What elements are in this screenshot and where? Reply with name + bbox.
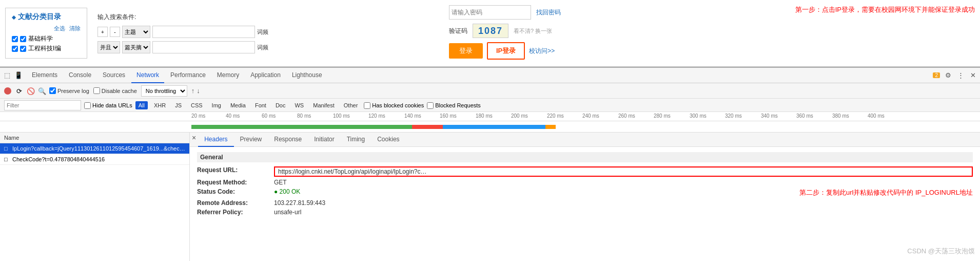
search-input-2[interactable] <box>152 41 255 53</box>
tab-sources[interactable]: Sources <box>97 68 130 83</box>
tab-performance[interactable]: Performance <box>165 68 211 83</box>
detail-tab-headers[interactable]: Headers <box>198 133 233 147</box>
filter-type-xhr[interactable]: XHR <box>151 101 169 109</box>
detail-tab-initiator[interactable]: Initiator <box>308 133 340 147</box>
timeline-area: 20 ms 40 ms 60 ms 80 ms 100 ms 120 ms 14… <box>0 112 980 133</box>
password-input[interactable] <box>449 5 531 20</box>
search-input-1[interactable] <box>152 26 255 38</box>
tab-elements[interactable]: Elements <box>27 68 63 83</box>
network-list-panel: Name □ IpLogin?callback=jQuery1113012611… <box>0 133 190 261</box>
gongcheng-checkbox[interactable] <box>12 46 18 52</box>
search-remove-btn[interactable]: - <box>110 27 120 37</box>
detail-panel: × Headers Preview Response Initiator Tim… <box>190 133 980 261</box>
gongcheng-checkbox2[interactable] <box>20 46 26 52</box>
tab-memory[interactable]: Memory <box>212 68 244 83</box>
inspect-icon[interactable]: ⬚ <box>3 71 11 80</box>
captcha-label: 验证码 <box>449 27 467 35</box>
ip-login-button[interactable]: IP登录 <box>487 42 525 60</box>
hide-data-urls-label: Hide data URLs <box>84 102 132 109</box>
remote-address-value: 103.227.81.59:443 <box>274 199 973 207</box>
jichukexue-checkbox[interactable] <box>12 36 18 42</box>
search-area: 输入搜索条件: + - 主题 关键词 词频 并且 或者 篇关摘 主题 <box>97 13 436 53</box>
search-type-select-1[interactable]: 主题 关键词 <box>122 26 150 38</box>
status-code-row: Status Code: ● 200 OK 第二步：复制此url并粘贴修改代码中… <box>197 188 973 197</box>
refresh-button[interactable]: ⟳ <box>15 87 23 95</box>
devtools-tab-bar: ⬚ 📱 Elements Console Sources Network Per… <box>0 68 980 83</box>
search-type-select-2[interactable]: 篇关摘 主题 <box>122 41 150 53</box>
record-button[interactable] <box>4 87 11 95</box>
filter-type-font[interactable]: Font <box>252 101 269 109</box>
close-detail-button[interactable]: × <box>190 133 198 146</box>
wenxian-title: 文献分类目录 <box>12 12 81 22</box>
filter-type-other[interactable]: Other <box>341 101 361 109</box>
jichukexue-checkbox2[interactable] <box>20 36 26 42</box>
wenxian-box: 文献分类目录 全选 清除 基础科学 工程科技Ⅰ编 <box>5 8 87 59</box>
close-devtools-icon[interactable]: ✕ <box>969 71 977 80</box>
tick-160ms: 160 ms <box>440 113 457 119</box>
has-blocked-cookies-checkbox[interactable] <box>364 102 370 109</box>
device-icon[interactable]: 📱 <box>14 71 23 80</box>
detail-tab-bar: × Headers Preview Response Initiator Tim… <box>190 133 980 147</box>
hide-data-urls-checkbox[interactable] <box>84 102 91 109</box>
tick-180ms: 180 ms <box>476 113 493 119</box>
status-code-value: ● 200 OK <box>274 188 794 197</box>
devtools-right-icons: 2 ⚙ ⋮ ✕ <box>931 71 977 80</box>
operator-select[interactable]: 并且 或者 <box>97 41 120 53</box>
tab-lighthouse[interactable]: Lighthouse <box>287 68 327 83</box>
tick-320ms: 320 ms <box>725 113 742 119</box>
tab-network[interactable]: Network <box>131 68 164 83</box>
captcha-row: 验证码 1087 看不清? 换一张 <box>449 24 972 38</box>
upload-download-icons: ↑ ↓ <box>191 87 200 95</box>
findpwd-button[interactable]: 找回密码 <box>536 8 561 17</box>
filter-input[interactable] <box>4 100 81 110</box>
tab-console[interactable]: Console <box>64 68 96 83</box>
download-icon[interactable]: ↓ <box>197 87 200 95</box>
login-actions: 登录 IP登录 校访问>> <box>449 42 972 60</box>
timeline-ruler: 20 ms 40 ms 60 ms 80 ms 100 ms 120 ms 14… <box>0 112 980 121</box>
net-item-ipLogin[interactable]: □ IpLogin?callback=jQuery111301261101259… <box>0 143 189 154</box>
search-icon[interactable]: 🔍 <box>38 87 45 95</box>
preserve-log-checkbox[interactable] <box>49 87 56 94</box>
search-row-1: + - 主题 关键词 词频 <box>97 26 436 38</box>
detail-tab-timing[interactable]: Timing <box>341 133 371 147</box>
quanxuan-link[interactable]: 全选 <box>54 25 65 32</box>
blocked-requests-checkbox[interactable] <box>427 102 434 109</box>
timeline-segment-blue <box>443 125 545 129</box>
more-icon[interactable]: ⋮ <box>956 71 965 80</box>
filter-type-img[interactable]: Img <box>209 101 224 109</box>
filter-type-doc[interactable]: Doc <box>272 101 289 109</box>
qingchu-link[interactable]: 清除 <box>69 25 81 32</box>
net-item-checkcode[interactable]: □ CheckCode?t=0.4787804840444516 <box>0 154 189 165</box>
search-add-btn[interactable]: + <box>97 27 108 37</box>
settings-icon[interactable]: ⚙ <box>944 71 952 80</box>
upload-icon[interactable]: ↑ <box>191 87 195 95</box>
filter-type-media[interactable]: Media <box>227 101 249 109</box>
filter-type-all[interactable]: All <box>135 101 148 109</box>
request-url-value[interactable]: https://login.cnki.net/TopLogin/api/logi… <box>274 166 973 177</box>
throttling-select[interactable]: No throttling <box>141 85 187 97</box>
referrer-policy-value: unsafe-url <box>274 209 973 216</box>
devtools-toolbar: ⟳ 🚫 🔍 Preserve log Disable cache No thro… <box>0 83 980 99</box>
detail-tab-cookies[interactable]: Cookies <box>371 133 405 147</box>
filter-type-ws[interactable]: WS <box>291 101 307 109</box>
search-row-2: 并且 或者 篇关摘 主题 词频 <box>97 41 436 53</box>
login-button[interactable]: 登录 <box>449 43 483 59</box>
tick-240ms: 240 ms <box>582 113 599 119</box>
filter-type-css[interactable]: CSS <box>188 101 206 109</box>
net-item-icon-2: □ <box>4 156 10 162</box>
detail-tab-preview[interactable]: Preview <box>234 133 268 147</box>
filter-type-js[interactable]: JS <box>172 101 185 109</box>
request-url-label: Request URL: <box>197 166 274 177</box>
disable-cache-checkbox[interactable] <box>93 87 100 94</box>
detail-tab-response[interactable]: Response <box>268 133 308 147</box>
preserve-log-label: Preserve log <box>49 87 89 94</box>
step2-hint: 第二步：复制此url并粘贴修改代码中的 IP_LOGINURL地址 <box>799 188 973 197</box>
net-item-name-1: IpLogin?callback=jQuery11130126110125954… <box>12 145 185 152</box>
visit-link[interactable]: 校访问>> <box>529 47 555 55</box>
tab-application[interactable]: Application <box>245 68 286 83</box>
filter-type-manifest[interactable]: Manifest <box>310 101 338 109</box>
captcha-image[interactable]: 1087 <box>473 24 508 38</box>
filter-bar: Hide data URLs All XHR JS CSS Img Media … <box>0 99 980 112</box>
filter-icon[interactable]: 🚫 <box>27 87 34 95</box>
search-label: 输入搜索条件: <box>97 13 436 22</box>
